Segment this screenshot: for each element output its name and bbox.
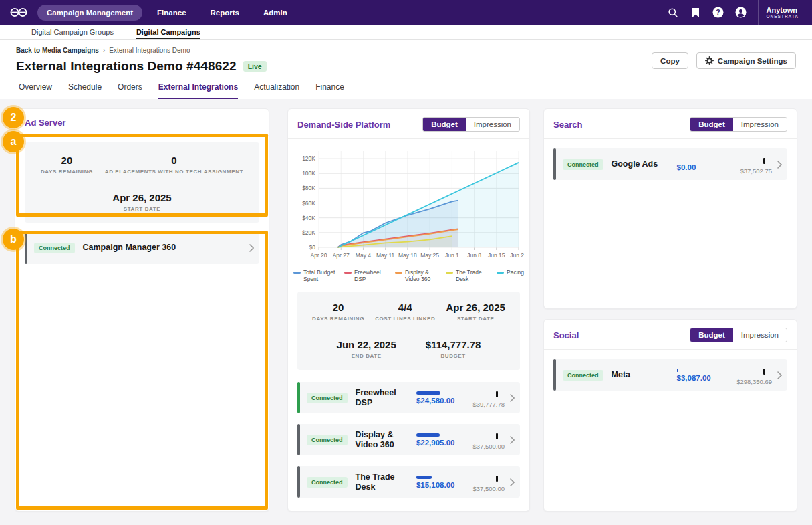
- stat-label: COST LINES LINKED: [375, 316, 435, 322]
- svg-text:100K: 100K: [302, 170, 315, 177]
- progress-track: [677, 369, 718, 372]
- chevron-right-icon[interactable]: [777, 371, 782, 379]
- chevron-right-icon[interactable]: [249, 244, 254, 252]
- legend-swatch: [344, 272, 352, 274]
- social-title: Social: [553, 330, 579, 340]
- nav-item-admin[interactable]: Admin: [254, 5, 297, 21]
- status-accent-bar: [553, 148, 556, 180]
- goal-column: $37,500.00: [457, 430, 505, 450]
- integration-row-freewheel-dsp[interactable]: ConnectedFreewheel DSP$24,580.00$39,777.…: [297, 382, 520, 413]
- account-org: ONESTRATA: [767, 14, 799, 19]
- progress-track: [416, 391, 455, 395]
- integration-row-google-ads[interactable]: ConnectedGoogle Ads$0.00$37,502.75: [553, 148, 787, 180]
- search-toggle-impression[interactable]: Impression: [733, 118, 787, 131]
- pacing-chart: Apr 20Apr 27May 4May 11May 18May 25Jun 1…: [293, 146, 523, 268]
- status-accent-bar: [297, 382, 300, 413]
- legend-swatch: [446, 272, 453, 274]
- copy-button[interactable]: Copy: [652, 52, 688, 69]
- goal-column: $37,502.75: [721, 154, 772, 175]
- svg-text:$20K: $20K: [302, 229, 315, 236]
- tab-external-integrations[interactable]: External Integrations: [158, 82, 238, 99]
- page-header: Back to Media Campaigns › External Integ…: [0, 40, 812, 99]
- nav-item-campaign-management[interactable]: Campaign Management: [37, 5, 142, 21]
- breadcrumb-separator: ›: [103, 47, 105, 54]
- breadcrumb-back-link[interactable]: Back to Media Campaigns: [16, 47, 99, 54]
- tab-schedule[interactable]: Schedule: [68, 82, 102, 99]
- social-toggle-budget[interactable]: Budget: [690, 328, 733, 342]
- account-switcher[interactable]: Anytown ONESTRATA: [759, 6, 803, 19]
- chevron-right-icon[interactable]: [510, 436, 515, 444]
- goal-amount: $37,500.00: [457, 485, 505, 492]
- connected-badge: Connected: [563, 159, 603, 170]
- content-area: Ad Server 20DAYS REMAINING0AD PLACEMENTS…: [0, 99, 812, 525]
- integration-name: Display & Video 360: [356, 430, 412, 450]
- dsp-toggle-impression[interactable]: Impression: [466, 118, 519, 131]
- stat-start-date: Apr 26, 2025START DATE: [112, 192, 171, 212]
- progress-fill: [416, 391, 440, 395]
- chevron-right-icon[interactable]: [510, 478, 515, 486]
- progress-fill: [416, 476, 432, 479]
- svg-text:Jun 22: Jun 22: [510, 252, 524, 259]
- help-icon[interactable]: ?: [707, 0, 730, 25]
- brand-logo-icon[interactable]: [9, 7, 28, 18]
- profile-icon[interactable]: [730, 0, 753, 25]
- goal-tick: [496, 433, 498, 439]
- integration-name: Meta: [612, 370, 673, 380]
- spent-amount: $24,580.00: [416, 397, 455, 405]
- stat-label: START DATE: [446, 316, 505, 322]
- svg-text:$40K: $40K: [302, 215, 315, 221]
- tab-finance[interactable]: Finance: [315, 82, 344, 99]
- progress-track: [416, 433, 455, 437]
- tab-actualization[interactable]: Actualization: [254, 82, 299, 99]
- stat-label: BUDGET: [426, 353, 481, 359]
- ad-server-title: Ad Server: [25, 118, 65, 128]
- bookmark-icon[interactable]: [684, 0, 707, 25]
- svg-text:Apr 27: Apr 27: [333, 252, 350, 259]
- connected-badge: Connected: [563, 370, 603, 381]
- dsp-stats-block: 20DAYS REMAINING4/4COST LINES LINKEDApr …: [297, 292, 520, 370]
- tab-overview[interactable]: Overview: [19, 82, 52, 99]
- social-toggle-impression[interactable]: Impression: [733, 328, 787, 342]
- stat-value: 20: [41, 154, 93, 166]
- campaign-settings-button[interactable]: Campaign Settings: [696, 52, 796, 69]
- integration-row-meta[interactable]: ConnectedMeta$3,087.00$298,350.69: [553, 359, 787, 391]
- legend-label: Display & Video 360: [405, 269, 437, 282]
- search-budget-impression-toggle: Budget Impression: [690, 117, 787, 132]
- dsp-title: Demand-Side Platform: [297, 120, 390, 130]
- search-panel: Search Budget Impression ConnectedGoogle…: [543, 108, 797, 309]
- connected-badge: Connected: [307, 435, 348, 445]
- demand-side-platform-panel: Demand-Side Platform Budget Impression A…: [287, 108, 530, 512]
- progress-track: [416, 476, 455, 479]
- legend-item-freewheel-dsp: Freewheel DSP: [344, 269, 386, 282]
- stat-label: AD PLACEMENTS WITH NO TECH ASSIGNMENT: [105, 169, 243, 175]
- progress-track: [677, 158, 718, 161]
- goal-column: $39,777.78: [457, 388, 505, 408]
- goal-column: $298,350.69: [721, 365, 772, 385]
- search-icon[interactable]: [662, 0, 684, 25]
- subnav-item-digital-campaigns[interactable]: Digital Campaigns: [136, 25, 200, 39]
- integration-row-the-trade-desk[interactable]: ConnectedThe Trade Desk$15,108.00$37,500…: [297, 466, 520, 498]
- legend-label: The Trade Desk: [456, 269, 488, 282]
- stat-days-remaining: 20DAYS REMAINING: [41, 154, 93, 175]
- goal-amount: $298,350.69: [721, 378, 772, 385]
- svg-text:Jun 15: Jun 15: [488, 252, 505, 259]
- nav-item-reports[interactable]: Reports: [201, 5, 249, 21]
- search-toggle-budget[interactable]: Budget: [690, 118, 733, 131]
- subnav-item-digital-campaign-groups[interactable]: Digital Campaign Groups: [31, 25, 114, 39]
- integration-row-campaign-manager-360[interactable]: ConnectedCampaign Manager 360: [25, 232, 259, 264]
- chevron-right-icon[interactable]: [777, 161, 782, 169]
- legend-label: Total Budget Spent: [303, 269, 335, 282]
- nav-item-finance[interactable]: Finance: [148, 5, 195, 21]
- social-budget-impression-toggle: Budget Impression: [690, 328, 787, 342]
- tab-orders[interactable]: Orders: [118, 82, 142, 99]
- legend-swatch: [293, 272, 301, 274]
- goal-tick: [763, 369, 765, 375]
- spent-amount: $0.00: [677, 163, 718, 171]
- dsp-toggle-budget[interactable]: Budget: [423, 118, 466, 131]
- spent-amount: $3,087.00: [677, 374, 718, 382]
- integration-row-display-video-360[interactable]: ConnectedDisplay & Video 360$22,905.00$3…: [297, 424, 520, 455]
- chevron-right-icon[interactable]: [510, 394, 515, 402]
- status-accent-bar: [297, 424, 300, 455]
- progress-fill: [677, 369, 678, 372]
- connected-badge: Connected: [34, 243, 75, 253]
